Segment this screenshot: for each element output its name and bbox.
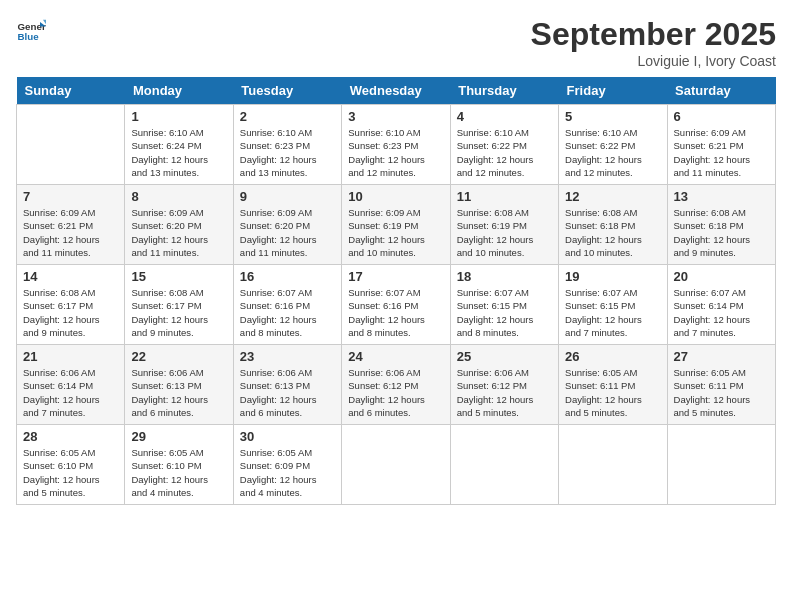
day-info: Sunrise: 6:08 AM Sunset: 6:17 PM Dayligh… — [131, 286, 226, 339]
calendar-cell: 20Sunrise: 6:07 AM Sunset: 6:14 PM Dayli… — [667, 265, 775, 345]
calendar-cell: 2Sunrise: 6:10 AM Sunset: 6:23 PM Daylig… — [233, 105, 341, 185]
day-number: 17 — [348, 269, 443, 284]
day-number: 10 — [348, 189, 443, 204]
day-number: 27 — [674, 349, 769, 364]
calendar-table: SundayMondayTuesdayWednesdayThursdayFrid… — [16, 77, 776, 505]
calendar-cell: 17Sunrise: 6:07 AM Sunset: 6:16 PM Dayli… — [342, 265, 450, 345]
day-info: Sunrise: 6:05 AM Sunset: 6:11 PM Dayligh… — [674, 366, 769, 419]
calendar-cell: 23Sunrise: 6:06 AM Sunset: 6:13 PM Dayli… — [233, 345, 341, 425]
day-info: Sunrise: 6:09 AM Sunset: 6:20 PM Dayligh… — [131, 206, 226, 259]
calendar-cell: 16Sunrise: 6:07 AM Sunset: 6:16 PM Dayli… — [233, 265, 341, 345]
calendar-week-2: 7Sunrise: 6:09 AM Sunset: 6:21 PM Daylig… — [17, 185, 776, 265]
calendar-cell: 19Sunrise: 6:07 AM Sunset: 6:15 PM Dayli… — [559, 265, 667, 345]
calendar-week-4: 21Sunrise: 6:06 AM Sunset: 6:14 PM Dayli… — [17, 345, 776, 425]
location-subtitle: Loviguie I, Ivory Coast — [531, 53, 776, 69]
calendar-cell: 18Sunrise: 6:07 AM Sunset: 6:15 PM Dayli… — [450, 265, 558, 345]
day-number: 11 — [457, 189, 552, 204]
day-number: 28 — [23, 429, 118, 444]
weekday-header-sunday: Sunday — [17, 77, 125, 105]
calendar-cell: 6Sunrise: 6:09 AM Sunset: 6:21 PM Daylig… — [667, 105, 775, 185]
day-number: 25 — [457, 349, 552, 364]
day-info: Sunrise: 6:07 AM Sunset: 6:15 PM Dayligh… — [457, 286, 552, 339]
weekday-header-saturday: Saturday — [667, 77, 775, 105]
calendar-cell: 3Sunrise: 6:10 AM Sunset: 6:23 PM Daylig… — [342, 105, 450, 185]
calendar-cell: 11Sunrise: 6:08 AM Sunset: 6:19 PM Dayli… — [450, 185, 558, 265]
day-number: 16 — [240, 269, 335, 284]
calendar-cell: 21Sunrise: 6:06 AM Sunset: 6:14 PM Dayli… — [17, 345, 125, 425]
day-info: Sunrise: 6:06 AM Sunset: 6:14 PM Dayligh… — [23, 366, 118, 419]
day-number: 4 — [457, 109, 552, 124]
day-number: 20 — [674, 269, 769, 284]
day-info: Sunrise: 6:08 AM Sunset: 6:18 PM Dayligh… — [674, 206, 769, 259]
day-info: Sunrise: 6:08 AM Sunset: 6:17 PM Dayligh… — [23, 286, 118, 339]
calendar-cell — [559, 425, 667, 505]
weekday-header-thursday: Thursday — [450, 77, 558, 105]
day-info: Sunrise: 6:05 AM Sunset: 6:11 PM Dayligh… — [565, 366, 660, 419]
weekday-header-wednesday: Wednesday — [342, 77, 450, 105]
day-info: Sunrise: 6:09 AM Sunset: 6:19 PM Dayligh… — [348, 206, 443, 259]
calendar-week-1: 1Sunrise: 6:10 AM Sunset: 6:24 PM Daylig… — [17, 105, 776, 185]
day-number: 7 — [23, 189, 118, 204]
day-number: 9 — [240, 189, 335, 204]
day-info: Sunrise: 6:09 AM Sunset: 6:21 PM Dayligh… — [23, 206, 118, 259]
weekday-header-row: SundayMondayTuesdayWednesdayThursdayFrid… — [17, 77, 776, 105]
day-info: Sunrise: 6:10 AM Sunset: 6:22 PM Dayligh… — [457, 126, 552, 179]
page-header: General Blue September 2025 Loviguie I, … — [16, 16, 776, 69]
day-number: 12 — [565, 189, 660, 204]
day-info: Sunrise: 6:07 AM Sunset: 6:14 PM Dayligh… — [674, 286, 769, 339]
calendar-cell: 22Sunrise: 6:06 AM Sunset: 6:13 PM Dayli… — [125, 345, 233, 425]
day-info: Sunrise: 6:07 AM Sunset: 6:16 PM Dayligh… — [348, 286, 443, 339]
day-number: 13 — [674, 189, 769, 204]
day-number: 2 — [240, 109, 335, 124]
day-number: 24 — [348, 349, 443, 364]
calendar-cell: 1Sunrise: 6:10 AM Sunset: 6:24 PM Daylig… — [125, 105, 233, 185]
logo: General Blue — [16, 16, 46, 46]
day-info: Sunrise: 6:06 AM Sunset: 6:12 PM Dayligh… — [348, 366, 443, 419]
calendar-cell: 8Sunrise: 6:09 AM Sunset: 6:20 PM Daylig… — [125, 185, 233, 265]
day-number: 18 — [457, 269, 552, 284]
calendar-cell — [450, 425, 558, 505]
day-info: Sunrise: 6:07 AM Sunset: 6:16 PM Dayligh… — [240, 286, 335, 339]
logo-icon: General Blue — [16, 16, 46, 46]
calendar-week-3: 14Sunrise: 6:08 AM Sunset: 6:17 PM Dayli… — [17, 265, 776, 345]
day-info: Sunrise: 6:08 AM Sunset: 6:19 PM Dayligh… — [457, 206, 552, 259]
month-title: September 2025 — [531, 16, 776, 53]
day-info: Sunrise: 6:10 AM Sunset: 6:23 PM Dayligh… — [348, 126, 443, 179]
day-number: 5 — [565, 109, 660, 124]
day-number: 15 — [131, 269, 226, 284]
day-info: Sunrise: 6:10 AM Sunset: 6:24 PM Dayligh… — [131, 126, 226, 179]
calendar-cell: 25Sunrise: 6:06 AM Sunset: 6:12 PM Dayli… — [450, 345, 558, 425]
day-info: Sunrise: 6:10 AM Sunset: 6:23 PM Dayligh… — [240, 126, 335, 179]
day-number: 8 — [131, 189, 226, 204]
day-number: 1 — [131, 109, 226, 124]
calendar-cell: 15Sunrise: 6:08 AM Sunset: 6:17 PM Dayli… — [125, 265, 233, 345]
calendar-cell: 26Sunrise: 6:05 AM Sunset: 6:11 PM Dayli… — [559, 345, 667, 425]
weekday-header-friday: Friday — [559, 77, 667, 105]
day-info: Sunrise: 6:09 AM Sunset: 6:20 PM Dayligh… — [240, 206, 335, 259]
day-info: Sunrise: 6:05 AM Sunset: 6:09 PM Dayligh… — [240, 446, 335, 499]
svg-text:Blue: Blue — [18, 31, 40, 42]
calendar-cell: 28Sunrise: 6:05 AM Sunset: 6:10 PM Dayli… — [17, 425, 125, 505]
calendar-week-5: 28Sunrise: 6:05 AM Sunset: 6:10 PM Dayli… — [17, 425, 776, 505]
calendar-cell: 14Sunrise: 6:08 AM Sunset: 6:17 PM Dayli… — [17, 265, 125, 345]
calendar-cell: 30Sunrise: 6:05 AM Sunset: 6:09 PM Dayli… — [233, 425, 341, 505]
day-number: 29 — [131, 429, 226, 444]
calendar-cell: 7Sunrise: 6:09 AM Sunset: 6:21 PM Daylig… — [17, 185, 125, 265]
day-number: 6 — [674, 109, 769, 124]
calendar-cell — [342, 425, 450, 505]
calendar-cell: 4Sunrise: 6:10 AM Sunset: 6:22 PM Daylig… — [450, 105, 558, 185]
day-number: 21 — [23, 349, 118, 364]
day-info: Sunrise: 6:06 AM Sunset: 6:13 PM Dayligh… — [240, 366, 335, 419]
day-info: Sunrise: 6:05 AM Sunset: 6:10 PM Dayligh… — [23, 446, 118, 499]
calendar-cell: 27Sunrise: 6:05 AM Sunset: 6:11 PM Dayli… — [667, 345, 775, 425]
day-info: Sunrise: 6:06 AM Sunset: 6:12 PM Dayligh… — [457, 366, 552, 419]
calendar-cell: 5Sunrise: 6:10 AM Sunset: 6:22 PM Daylig… — [559, 105, 667, 185]
weekday-header-tuesday: Tuesday — [233, 77, 341, 105]
day-number: 30 — [240, 429, 335, 444]
calendar-cell: 10Sunrise: 6:09 AM Sunset: 6:19 PM Dayli… — [342, 185, 450, 265]
calendar-cell — [667, 425, 775, 505]
calendar-cell: 24Sunrise: 6:06 AM Sunset: 6:12 PM Dayli… — [342, 345, 450, 425]
calendar-cell: 29Sunrise: 6:05 AM Sunset: 6:10 PM Dayli… — [125, 425, 233, 505]
day-number: 14 — [23, 269, 118, 284]
day-number: 19 — [565, 269, 660, 284]
